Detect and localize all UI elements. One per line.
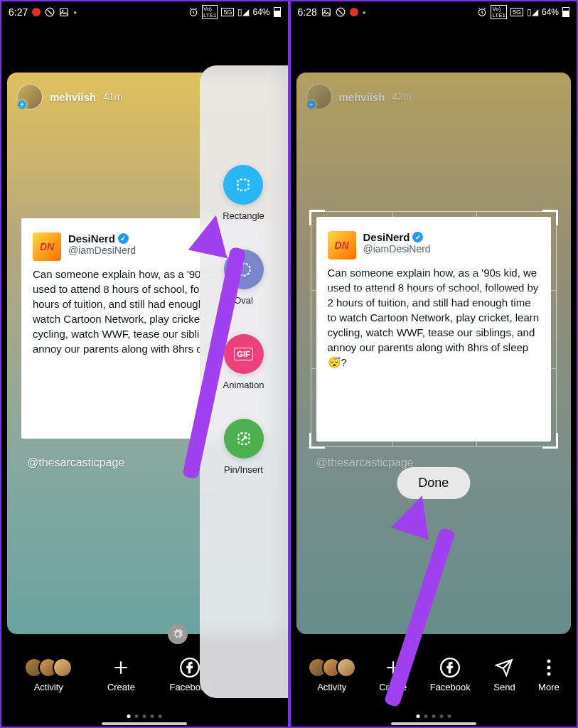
- volte-icon: Vo)LTE1: [202, 5, 218, 19]
- tool-animation[interactable]: GIF Animation: [223, 334, 264, 390]
- attribution: @thesarcasticpage: [27, 456, 124, 469]
- 5g-icon: 5G: [510, 8, 523, 16]
- tool-pin-insert[interactable]: Pin/Insert: [224, 419, 264, 475]
- tweet-handle: @iamDesiNerd: [68, 245, 136, 256]
- create-button[interactable]: Create: [107, 658, 135, 692]
- tool-rectangle[interactable]: Rectangle: [223, 165, 264, 221]
- status-time: 6:28: [298, 6, 317, 18]
- alarm-icon: [188, 7, 198, 17]
- status-bar: 6:27 ● Vo)LTE1 5G ▯◢ 64%: [1, 1, 288, 23]
- tweet-avatar: DN: [33, 232, 61, 261]
- activity-label: Activity: [34, 682, 63, 692]
- phone-left: 6:27 ● Vo)LTE1 5G ▯◢ 64% + mehviish 41m …: [0, 0, 289, 728]
- record-icon: [350, 8, 358, 16]
- page-dots: [416, 714, 451, 718]
- crop-handle-bl[interactable]: [309, 433, 325, 449]
- gif-icon: GIF: [234, 348, 252, 360]
- svg-point-15: [547, 672, 550, 675]
- crop-box[interactable]: DN DesiNerd @iamDesiNerd Can someone exp…: [311, 211, 557, 447]
- time-ago: 41m: [103, 91, 122, 102]
- tool-label: Pin/Insert: [224, 464, 263, 475]
- crop-handle-br[interactable]: [542, 433, 558, 449]
- svg-point-14: [547, 665, 550, 669]
- svg-rect-1: [60, 9, 68, 16]
- record-icon: [32, 8, 41, 16]
- facebook-button[interactable]: Facebook: [430, 658, 471, 692]
- 5g-icon: 5G: [221, 8, 234, 16]
- crop-grid: [311, 211, 557, 447]
- svg-rect-4: [238, 179, 249, 190]
- svg-point-9: [324, 10, 326, 11]
- gallery-icon: [321, 7, 331, 17]
- tweet-name: DesiNerd: [68, 232, 136, 245]
- svg-point-2: [62, 10, 63, 11]
- battery-icon: [274, 7, 281, 17]
- activity-button[interactable]: Activity: [308, 658, 356, 692]
- svg-point-13: [547, 659, 550, 663]
- battery-icon: [562, 7, 569, 17]
- phone-right: 6:28 ● Vo)LTE1 5G ▯◢ 64% + mehviish 42m: [289, 0, 579, 728]
- status-dot: ●: [363, 9, 366, 16]
- username[interactable]: mehviish: [50, 91, 96, 103]
- facebook-icon: [180, 658, 200, 678]
- annotation-arrow-head: [188, 211, 235, 258]
- facebook-icon: [440, 658, 460, 678]
- dnd-icon: [45, 7, 55, 17]
- more-label: More: [538, 682, 560, 692]
- avatar[interactable]: +: [17, 84, 43, 109]
- send-icon: [494, 658, 514, 678]
- more-button[interactable]: More: [538, 658, 560, 692]
- activity-label: Activity: [317, 682, 346, 692]
- facebook-label: Facebook: [430, 682, 471, 692]
- svg-rect-8: [323, 9, 331, 16]
- gallery-icon: [59, 7, 69, 17]
- signal-icon: ▯◢: [237, 7, 249, 17]
- page-dots: [127, 714, 162, 718]
- dnd-icon: [336, 7, 346, 17]
- create-label: Create: [107, 682, 135, 692]
- status-bar: 6:28 ● Vo)LTE1 5G ▯◢ 64%: [291, 1, 577, 23]
- more-icon: [539, 658, 559, 678]
- send-button[interactable]: Send: [493, 658, 515, 692]
- nav-handle[interactable]: [102, 722, 187, 725]
- send-label: Send: [493, 682, 515, 692]
- gear-icon[interactable]: [168, 624, 188, 644]
- alarm-icon: [477, 7, 487, 17]
- battery-text: 64%: [542, 7, 559, 17]
- activity-button[interactable]: Activity: [24, 658, 73, 692]
- rectangle-icon: [234, 176, 252, 194]
- crop-handle-tr[interactable]: [542, 210, 558, 225]
- crop-handle-tl[interactable]: [309, 210, 325, 225]
- verified-icon: [118, 233, 129, 244]
- nav-handle[interactable]: [391, 722, 476, 725]
- status-dot: ●: [73, 9, 77, 16]
- tool-label: Animation: [223, 380, 264, 390]
- attribution: @thesarcasticpage: [316, 456, 414, 469]
- avatar-add-icon[interactable]: +: [16, 99, 28, 110]
- tool-label: Oval: [234, 295, 253, 306]
- signal-icon: ▯◢: [527, 7, 538, 17]
- status-time: 6:27: [9, 6, 28, 18]
- pin-icon: [235, 429, 253, 448]
- battery-text: 64%: [252, 7, 269, 17]
- bottom-bar: Activity Create Facebook Send More: [291, 643, 577, 707]
- plus-icon: [111, 658, 131, 678]
- volte-icon: Vo)LTE1: [491, 5, 507, 19]
